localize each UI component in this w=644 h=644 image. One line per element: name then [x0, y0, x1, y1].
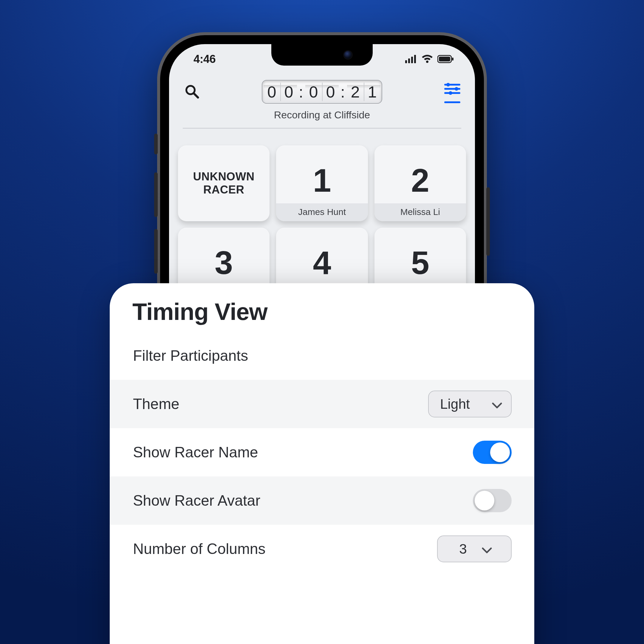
- settings-active-indicator: [444, 101, 460, 103]
- phone-volume-down: [154, 229, 158, 274]
- timer-digit: 0: [264, 83, 280, 101]
- phone-power-button: [486, 187, 490, 256]
- phone-side-button: [154, 134, 158, 154]
- row-theme: Theme Light: [110, 380, 534, 428]
- svg-rect-1: [408, 58, 410, 63]
- svg-rect-2: [411, 57, 413, 63]
- row-number-of-columns: Number of Columns 3: [110, 525, 534, 573]
- tile-number: 4: [313, 246, 331, 279]
- chevron-down-icon: [482, 541, 492, 557]
- row-label: Show Racer Avatar: [133, 492, 260, 509]
- timer-digit: 0: [322, 83, 339, 101]
- row-label: Theme: [133, 395, 179, 413]
- chevron-down-icon: [492, 396, 502, 412]
- tile-unknown-racer[interactable]: UNKNOWN RACER: [178, 145, 270, 221]
- tile-number: 1: [313, 164, 331, 197]
- svg-point-12: [446, 83, 450, 86]
- svg-rect-3: [414, 55, 416, 63]
- timer-colon: :: [339, 83, 347, 101]
- timer-colon: :: [297, 83, 305, 101]
- sheet-title: Timing View: [110, 283, 534, 332]
- timer-digit: 2: [347, 83, 364, 101]
- theme-select-value: Light: [440, 396, 470, 412]
- cellular-icon: [405, 55, 417, 63]
- row-label: Show Racer Name: [133, 444, 258, 461]
- phone-notch: [271, 44, 373, 66]
- battery-icon: [437, 55, 454, 63]
- tile-number: 5: [411, 246, 429, 279]
- svg-point-14: [449, 91, 452, 95]
- timer-digit: 1: [364, 83, 380, 101]
- svg-rect-5: [439, 57, 450, 61]
- row-show-racer-avatar: Show Racer Avatar: [110, 476, 534, 525]
- toggle-show-racer-avatar[interactable]: [473, 489, 512, 512]
- timer-digit: 0: [280, 83, 297, 101]
- toggle-show-racer-name[interactable]: [473, 441, 512, 464]
- tile-unknown-line2: RACER: [203, 183, 244, 196]
- row-show-racer-name: Show Racer Name: [110, 428, 534, 476]
- phone-volume-up: [154, 172, 158, 217]
- status-time: 4:46: [193, 53, 216, 66]
- row-label: Filter Participants: [133, 347, 248, 364]
- front-camera-icon: [344, 51, 352, 59]
- wifi-icon: [421, 55, 433, 64]
- tile-number: 2: [411, 164, 429, 197]
- columns-select-value: 3: [459, 541, 467, 557]
- svg-point-13: [455, 87, 458, 91]
- timer-display: 0 0 : 0 0 : 2 1: [262, 80, 382, 104]
- svg-line-8: [194, 93, 198, 97]
- columns-select[interactable]: 3: [437, 535, 512, 562]
- settings-button[interactable]: [443, 81, 461, 98]
- timing-view-sheet: Timing View Filter Participants Theme Li…: [110, 283, 534, 644]
- svg-rect-0: [405, 60, 407, 63]
- theme-select[interactable]: Light: [428, 391, 512, 417]
- tile-name: James Hunt: [276, 203, 368, 221]
- tile-number: 3: [215, 246, 233, 279]
- tile-racer-2[interactable]: 2 Melissa Li: [374, 145, 466, 221]
- timer-digit: 0: [305, 83, 322, 101]
- row-filter-participants[interactable]: Filter Participants: [110, 332, 534, 380]
- row-label: Number of Columns: [133, 540, 266, 558]
- recording-location-label: Recording at Cliffside: [183, 109, 461, 121]
- search-button[interactable]: [183, 83, 201, 101]
- tile-unknown-line1: UNKNOWN: [193, 170, 255, 183]
- tile-racer-1[interactable]: 1 James Hunt: [276, 145, 368, 221]
- sliders-icon: [444, 82, 461, 97]
- search-icon: [184, 84, 199, 100]
- svg-rect-6: [452, 58, 453, 61]
- tile-name: Melissa Li: [374, 203, 466, 221]
- racer-grid: UNKNOWN RACER 1 James Hunt 2 Melissa Li …: [178, 145, 466, 304]
